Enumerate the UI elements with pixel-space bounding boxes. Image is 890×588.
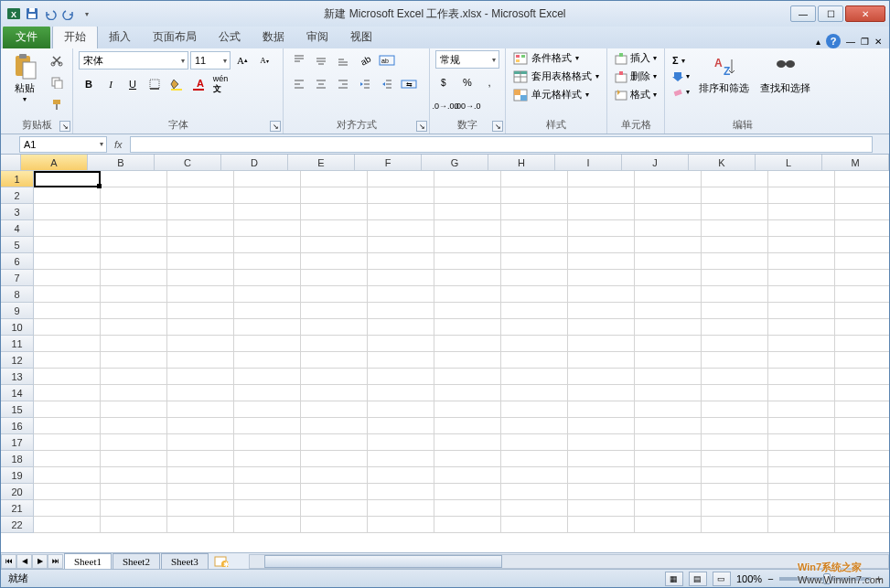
cell[interactable] — [568, 171, 635, 187]
tab-file[interactable]: 文件 — [3, 26, 50, 48]
cell[interactable] — [835, 517, 889, 533]
cell[interactable] — [167, 467, 234, 484]
cell[interactable] — [702, 204, 768, 220]
row-header[interactable]: 22 — [1, 517, 34, 533]
cell[interactable] — [702, 369, 768, 385]
cell[interactable] — [568, 204, 635, 220]
font-name-combo[interactable]: 宋体 — [79, 51, 188, 69]
cell[interactable] — [568, 434, 635, 451]
cell[interactable] — [101, 484, 167, 500]
cell[interactable] — [301, 286, 368, 303]
save-icon[interactable] — [25, 6, 39, 21]
cell[interactable] — [101, 500, 167, 517]
cell[interactable] — [301, 253, 368, 270]
cell[interactable] — [368, 220, 434, 237]
decrease-decimal-icon[interactable]: .00→.0 — [457, 96, 477, 116]
cell[interactable] — [501, 237, 568, 253]
cell[interactable] — [501, 451, 568, 467]
cell[interactable] — [768, 220, 835, 237]
cell[interactable] — [301, 171, 368, 187]
cell[interactable] — [835, 484, 889, 500]
cell-styles-button[interactable]: 单元格样式▾ — [511, 87, 591, 102]
redo-icon[interactable] — [61, 6, 76, 21]
cell[interactable] — [368, 187, 434, 204]
cell[interactable] — [568, 237, 635, 253]
cell[interactable] — [434, 319, 501, 336]
cell[interactable] — [635, 467, 702, 484]
tab-data[interactable]: 数据 — [252, 26, 295, 48]
cell[interactable] — [34, 434, 101, 451]
format-cells-button[interactable]: 格式▾ — [613, 87, 659, 102]
cell[interactable] — [635, 369, 702, 385]
cell[interactable] — [368, 484, 434, 500]
cell[interactable] — [301, 418, 368, 434]
cell[interactable] — [568, 270, 635, 286]
cell[interactable] — [234, 253, 301, 270]
cell[interactable] — [34, 517, 101, 533]
font-size-combo[interactable]: 11 — [190, 51, 231, 69]
cell[interactable] — [368, 286, 434, 303]
cell[interactable] — [234, 237, 301, 253]
tab-review[interactable]: 审阅 — [295, 26, 339, 48]
cell[interactable] — [167, 303, 234, 319]
cell[interactable] — [501, 204, 568, 220]
row-header[interactable]: 9 — [1, 303, 34, 319]
cell[interactable] — [835, 401, 889, 418]
cell[interactable] — [167, 369, 234, 385]
cell[interactable] — [434, 303, 501, 319]
cell[interactable] — [301, 369, 368, 385]
cell[interactable] — [835, 418, 889, 434]
cell[interactable] — [702, 303, 768, 319]
cell[interactable] — [167, 270, 234, 286]
cell[interactable] — [635, 517, 702, 533]
tab-home[interactable]: 开始 — [52, 25, 98, 48]
cell[interactable] — [301, 237, 368, 253]
cell[interactable] — [835, 171, 889, 187]
cell[interactable] — [501, 484, 568, 500]
cell[interactable] — [167, 253, 234, 270]
row-header[interactable]: 15 — [1, 401, 34, 418]
cell[interactable] — [167, 418, 234, 434]
insert-cells-button[interactable]: 插入▾ — [613, 50, 659, 66]
cell[interactable] — [167, 171, 234, 187]
cell[interactable] — [301, 303, 368, 319]
cell[interactable] — [234, 500, 301, 517]
cell[interactable] — [301, 336, 368, 352]
cell[interactable] — [368, 500, 434, 517]
cell[interactable] — [568, 352, 635, 369]
cell[interactable] — [34, 220, 101, 237]
sheet-nav-first[interactable]: ⏮ — [1, 554, 16, 569]
align-top-icon[interactable] — [289, 50, 309, 70]
zoom-out-button[interactable]: − — [767, 573, 773, 584]
horizontal-scrollbar[interactable] — [249, 554, 889, 569]
cell[interactable] — [434, 418, 501, 434]
row-header[interactable]: 10 — [1, 319, 34, 336]
cell[interactable] — [167, 385, 234, 401]
cell[interactable] — [501, 270, 568, 286]
cell[interactable] — [768, 385, 835, 401]
cell[interactable] — [702, 253, 768, 270]
hscroll-thumb[interactable] — [264, 555, 502, 568]
cell[interactable] — [635, 401, 702, 418]
wrap-text-icon[interactable]: ab — [377, 50, 397, 70]
conditional-formatting-button[interactable]: 条件格式▾ — [511, 50, 581, 66]
font-launcher[interactable]: ↘ — [270, 121, 281, 132]
row-header[interactable]: 7 — [1, 270, 34, 286]
cell[interactable] — [568, 286, 635, 303]
cell[interactable] — [501, 434, 568, 451]
cell[interactable] — [34, 467, 101, 484]
cell[interactable] — [768, 253, 835, 270]
cell[interactable] — [167, 401, 234, 418]
cell[interactable] — [635, 286, 702, 303]
cell[interactable] — [501, 401, 568, 418]
cell[interactable] — [835, 220, 889, 237]
clear-button[interactable]: ▾ — [670, 85, 692, 98]
cell[interactable] — [368, 303, 434, 319]
doc-close-icon[interactable]: ✕ — [874, 37, 882, 47]
cell[interactable] — [234, 352, 301, 369]
cell[interactable] — [434, 369, 501, 385]
cell[interactable] — [702, 319, 768, 336]
row-header[interactable]: 19 — [1, 467, 34, 484]
tab-insert[interactable]: 插入 — [98, 26, 142, 48]
cell[interactable] — [434, 484, 501, 500]
